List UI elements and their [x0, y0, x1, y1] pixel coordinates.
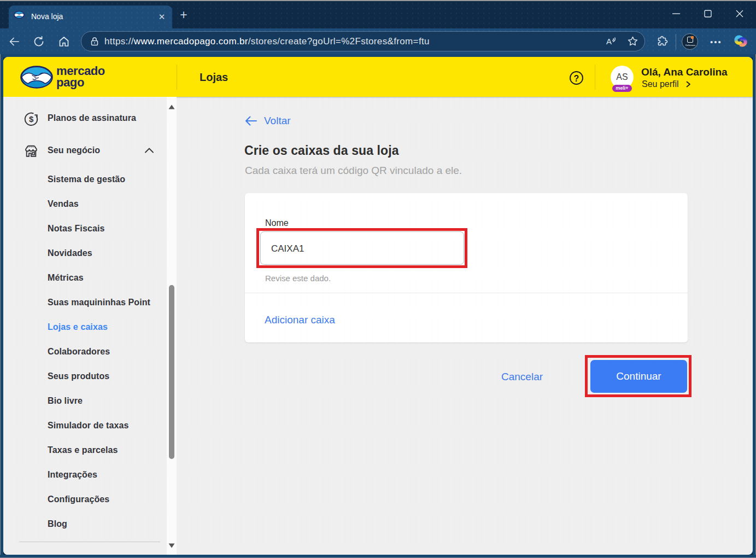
svg-text:$: $ [29, 114, 34, 124]
svg-text:A: A [606, 37, 612, 46]
